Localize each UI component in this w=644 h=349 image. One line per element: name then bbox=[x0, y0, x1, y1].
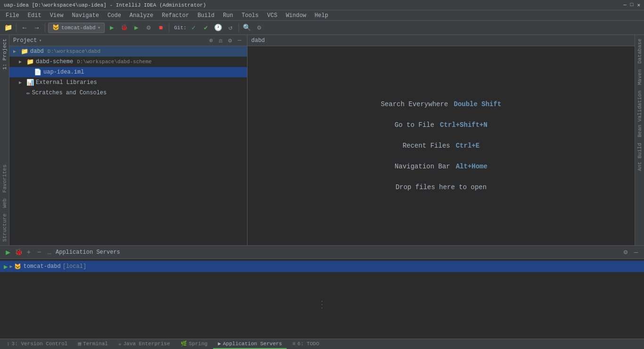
project-icon-minimize[interactable]: — bbox=[236, 37, 243, 44]
app-servers-title: Application Servers bbox=[56, 249, 619, 256]
app-servers-settings-btn[interactable]: ⚙ bbox=[621, 248, 630, 257]
shortcut-search-label: Search Everywhere bbox=[381, 100, 448, 108]
tab-todo-icon: ≡ bbox=[292, 341, 296, 347]
project-header-icons: ⊕ ⚖ ⚙ — bbox=[207, 37, 243, 44]
shortcut-goto-file: Go to File Ctrl+Shift+N bbox=[395, 121, 487, 129]
title-text: uap-idea [D:\workspace4\uap-idea] - Inte… bbox=[4, 2, 206, 8]
app-servers-toolbar: ▶ 🐞 + − … Application Servers ⚙ — bbox=[0, 246, 644, 259]
project-panel: Project ▾ ⊕ ⚖ ⚙ — ▶ 📁 dabd D:\workspace\… bbox=[9, 35, 248, 245]
toolbar-forward-btn[interactable]: → bbox=[32, 23, 42, 33]
tab-todo[interactable]: ≡ 6: TODO bbox=[288, 339, 324, 349]
tree-icon-ext: 📊 bbox=[26, 79, 34, 86]
tab-terminal[interactable]: ▤ Terminal bbox=[73, 339, 112, 349]
tree-item-dabd-scheme[interactable]: ▶ 📁 dabd-scheme D:\workspace\dabd-scheme bbox=[9, 57, 247, 67]
server-expand-arrow: ▶ bbox=[9, 264, 12, 269]
right-tab-maven[interactable]: Maven bbox=[636, 66, 644, 88]
app-servers-debug-btn[interactable]: 🐞 bbox=[14, 248, 23, 257]
server-running-icon: ▶ bbox=[4, 263, 8, 271]
title-bar: uap-idea [D:\workspace4\uap-idea] - Inte… bbox=[0, 0, 644, 10]
left-tab-web[interactable]: Web bbox=[1, 196, 8, 211]
run-button[interactable]: ▶ bbox=[107, 23, 117, 33]
server-name: tomcat-dabd bbox=[23, 263, 60, 270]
git-commit-btn[interactable]: ✔ bbox=[201, 23, 211, 33]
app-servers-collapse-btn[interactable]: — bbox=[632, 248, 640, 257]
tree-name-dabd: dabd bbox=[30, 48, 44, 55]
project-arrow[interactable]: ▾ bbox=[39, 38, 41, 43]
menu-run[interactable]: Run bbox=[219, 11, 237, 20]
tab-spring[interactable]: 🌿 Spring bbox=[176, 339, 213, 349]
menu-code[interactable]: Code bbox=[104, 11, 125, 20]
tab-version-control[interactable]: ↕ 3: Version Control bbox=[2, 339, 72, 349]
toolbar-open-btn[interactable]: 📁 bbox=[3, 23, 13, 33]
menu-edit[interactable]: Edit bbox=[24, 11, 45, 20]
server-item-tomcat[interactable]: ▶ ▶ 🐱 tomcat-dabd [local] bbox=[0, 261, 644, 272]
toolbar-back-btn[interactable]: ← bbox=[19, 23, 30, 33]
git-history-btn[interactable]: 🕐 bbox=[213, 23, 223, 33]
menu-tools[interactable]: Tools bbox=[238, 11, 263, 20]
tab-term-icon: ▤ bbox=[78, 341, 81, 347]
tab-term-label: Terminal bbox=[83, 341, 108, 347]
maximize-btn[interactable]: □ bbox=[630, 2, 634, 8]
tree-item-dabd[interactable]: ▶ 📁 dabd D:\workspace\dabd bbox=[9, 46, 247, 57]
search-everywhere-btn[interactable]: 🔍 bbox=[242, 23, 252, 33]
welcome-screen: Search Everywhere Double Shift Go to Fil… bbox=[248, 46, 635, 245]
tree-name-ext: External Libraries bbox=[36, 79, 97, 86]
coverage-button[interactable]: ▶ bbox=[131, 23, 141, 33]
menu-window[interactable]: Window bbox=[282, 11, 310, 20]
tab-java-enterprise[interactable]: ☕ Java Enterprise bbox=[114, 339, 175, 349]
menu-view[interactable]: View bbox=[46, 11, 67, 20]
bottom-section: ▶ 🐞 + − … Application Servers ⚙ — ▶ ▶ 🐱 … bbox=[0, 245, 644, 349]
app-servers-more-btn[interactable]: … bbox=[45, 248, 54, 257]
left-tab-favorites[interactable]: Favorites bbox=[1, 162, 8, 195]
menu-file[interactable]: File bbox=[2, 11, 23, 20]
minimize-btn[interactable]: — bbox=[623, 2, 627, 8]
right-tab-ant-build[interactable]: Ant Build bbox=[636, 140, 644, 174]
app-servers-add-btn[interactable]: + bbox=[25, 248, 33, 257]
profile-button[interactable]: ⚙ bbox=[143, 23, 154, 33]
git-update-btn[interactable]: ✓ bbox=[189, 23, 199, 33]
ellipsis-indicator: ⋮ bbox=[317, 299, 327, 310]
project-icon-sync[interactable]: ⊕ bbox=[207, 37, 215, 44]
shortcut-navBar-key: Alt+Home bbox=[456, 163, 487, 170]
toolbar: 📁 ← → 🐱 tomcat-dabd ▾ ▶ 🐞 ▶ ⚙ ■ Git: ✓ ✔… bbox=[0, 21, 644, 35]
tab-as-icon: ▶ bbox=[218, 341, 221, 347]
app-servers-remove-btn[interactable]: − bbox=[35, 248, 43, 257]
debug-button[interactable]: 🐞 bbox=[119, 23, 129, 33]
project-title: Project bbox=[13, 37, 37, 44]
shortcut-search-key: Double Shift bbox=[454, 100, 502, 108]
app-servers-run-btn[interactable]: ▶ bbox=[4, 248, 12, 257]
menu-refactor[interactable]: Refactor bbox=[158, 11, 193, 20]
menu-navigate[interactable]: Navigate bbox=[68, 11, 103, 20]
tree-icon-dabd-scheme: 📁 bbox=[26, 58, 34, 66]
tab-as-label: Application Servers bbox=[223, 341, 282, 347]
project-icon-filter[interactable]: ⚖ bbox=[217, 37, 224, 44]
tree-item-scratches[interactable]: ✏ Scratches and Consoles bbox=[9, 88, 247, 98]
menu-vcs[interactable]: VCS bbox=[264, 11, 281, 20]
right-tab-database[interactable]: Database bbox=[636, 36, 644, 66]
git-revert-btn[interactable]: ↺ bbox=[225, 23, 236, 33]
project-icon-settings[interactable]: ⚙ bbox=[226, 37, 234, 44]
stop-button[interactable]: ■ bbox=[156, 23, 166, 33]
tree-item-uap-idea-iml[interactable]: 📄 uap-idea.iml bbox=[9, 67, 247, 77]
shortcut-recent-label: Recent Files bbox=[403, 142, 450, 150]
menu-analyze[interactable]: Analyze bbox=[126, 11, 157, 20]
close-btn[interactable]: ✕ bbox=[637, 2, 640, 8]
right-tab-bean-validation[interactable]: Bean Validation bbox=[636, 88, 644, 140]
tree-item-ext-libs[interactable]: ▶ 📊 External Libraries bbox=[9, 77, 247, 88]
tree-name-scratches: Scratches and Consoles bbox=[32, 90, 107, 96]
left-tab-structure[interactable]: Structure bbox=[1, 211, 8, 244]
tree-icon-iml: 📄 bbox=[34, 68, 41, 76]
right-panel: Database Maven Bean Validation Ant Build bbox=[635, 35, 644, 245]
shortcut-drop: Drop files here to open bbox=[396, 183, 487, 191]
menu-help[interactable]: Help bbox=[311, 11, 332, 20]
tab-app-servers[interactable]: ▶ Application Servers bbox=[213, 339, 287, 349]
shortcut-navBar: Navigation Bar Alt+Home bbox=[395, 163, 487, 170]
tree-path-dabd: D:\workspace\dabd bbox=[48, 49, 100, 54]
left-tab-project[interactable]: 1: Project bbox=[1, 36, 8, 73]
settings-btn[interactable]: ⚙ bbox=[254, 23, 264, 33]
tab-vc-label: 3: Version Control bbox=[12, 341, 68, 347]
bottom-tabs: ↕ 3: Version Control ▤ Terminal ☕ Java E… bbox=[0, 339, 644, 349]
run-config-selector[interactable]: 🐱 tomcat-dabd ▾ bbox=[48, 23, 105, 33]
tree-name-iml: uap-idea.iml bbox=[43, 69, 84, 75]
menu-build[interactable]: Build bbox=[194, 11, 218, 20]
